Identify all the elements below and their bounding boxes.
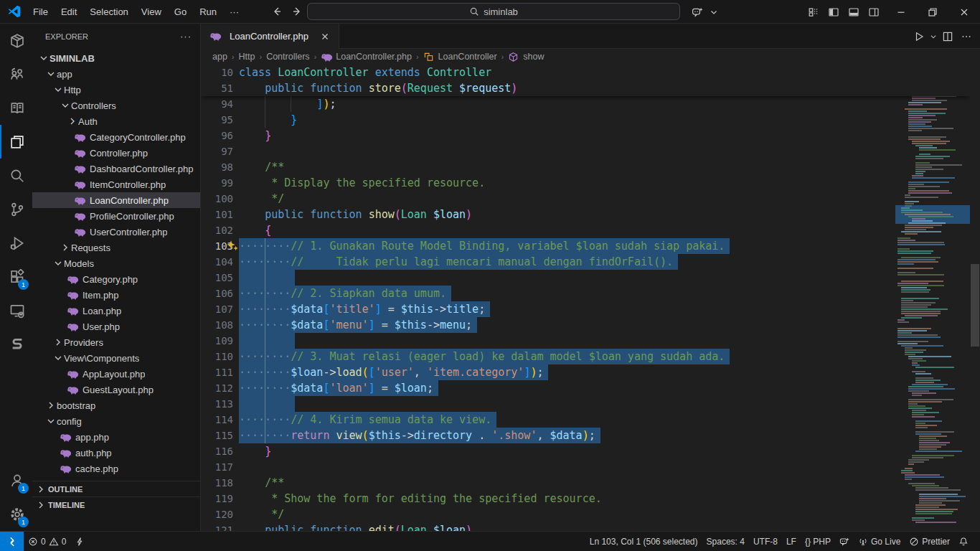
code-line-113[interactable]: 113: [201, 396, 970, 412]
code-line-97[interactable]: 97: [201, 143, 970, 159]
layout-customize-icon[interactable]: [804, 0, 824, 24]
status-notifications[interactable]: [954, 534, 973, 550]
tree-file-guestlayout-php[interactable]: GuestLayout.php: [32, 382, 200, 397]
copilot-sparkle-icon[interactable]: [227, 240, 239, 252]
minimize-button[interactable]: [885, 0, 917, 24]
problems-indicator[interactable]: 0 0: [24, 534, 70, 550]
code-line-117[interactable]: 117: [201, 459, 970, 475]
status-prettier[interactable]: Prettier: [905, 534, 954, 550]
code-line-98[interactable]: 98 /**: [201, 159, 970, 175]
code-line-108[interactable]: 108········$data['menu'] = $this->menu;: [201, 317, 970, 333]
status-eol[interactable]: LF: [782, 534, 801, 550]
status-encoding[interactable]: UTF-8: [749, 534, 782, 550]
tab-loancontroller[interactable]: LoanController.php: [201, 24, 339, 49]
tree-folder-bootstrap[interactable]: bootstrap: [32, 397, 200, 413]
activity-remote-explorer[interactable]: [0, 293, 32, 327]
status-indentation[interactable]: Spaces: 4: [702, 534, 749, 550]
chevron-down-icon[interactable]: [707, 0, 720, 24]
tree-folder-view-components[interactable]: View\Components: [32, 350, 200, 366]
back-arrow-icon[interactable]: [271, 6, 283, 17]
code-line-106[interactable]: 106········// 2. Siapkan data umum.: [201, 286, 970, 301]
code-line-96[interactable]: 96 }: [201, 128, 970, 143]
activity-extensions[interactable]: 1: [0, 260, 32, 293]
close-button[interactable]: [948, 0, 980, 24]
code-line-95[interactable]: 95 }: [201, 112, 970, 128]
tree-file-controller-php[interactable]: Controller.php: [32, 145, 200, 161]
tree-folder-providers[interactable]: Providers: [32, 334, 200, 350]
tree-folder-controllers[interactable]: Controllers: [32, 98, 200, 113]
tree-file-categorycontroller-php[interactable]: CategoryController.php: [32, 129, 200, 145]
code-line-109[interactable]: 109: [201, 333, 970, 349]
activity-search[interactable]: [0, 159, 32, 192]
tree-file-category-php[interactable]: Category.php: [32, 271, 200, 287]
activity-accounts[interactable]: 1: [0, 463, 32, 497]
activity-s-extension[interactable]: [0, 327, 32, 361]
tree-folder-models[interactable]: Models: [32, 255, 200, 271]
code-line-94[interactable]: 94 ]);: [201, 96, 970, 112]
status-cursor-position[interactable]: Ln 103, Col 1 (506 selected): [585, 534, 702, 550]
tree-file-applayout-php[interactable]: AppLayout.php: [32, 366, 200, 382]
activity-docs[interactable]: [0, 91, 32, 125]
tree-file-auth-php[interactable]: auth.php: [32, 445, 200, 461]
tree-folder-auth[interactable]: Auth: [32, 113, 200, 129]
tree-file-user-php[interactable]: User.php: [32, 319, 200, 334]
outline-section[interactable]: OUTLINE: [32, 481, 200, 496]
remote-indicator[interactable]: [0, 532, 24, 551]
activity-settings[interactable]: 1: [0, 497, 32, 531]
run-chevron-icon[interactable]: [928, 27, 938, 46]
status-language-mode[interactable]: {} PHP: [801, 534, 835, 550]
code-line-107[interactable]: 107········$data['title'] = $this->title…: [201, 301, 970, 317]
activity-explorer[interactable]: [0, 125, 32, 159]
code-line-118[interactable]: 118 /**: [201, 475, 970, 491]
breadcrumb-item-loancontroller[interactable]: LoanController: [423, 52, 497, 62]
timeline-section[interactable]: TIMELINE: [32, 496, 200, 512]
breadcrumb-item-controllers[interactable]: Controllers: [266, 52, 309, 62]
code-line-116[interactable]: 116 }: [201, 443, 970, 459]
status-go-live[interactable]: Go Live: [854, 534, 905, 550]
menu-item-go[interactable]: Go: [168, 0, 193, 24]
code-editor[interactable]: 10class LoanController extends Controlle…: [201, 65, 970, 531]
code-line-110[interactable]: 110········// 3. Muat relasi (eager load…: [201, 349, 970, 364]
forward-arrow-icon[interactable]: [291, 6, 303, 17]
tree-folder-config[interactable]: config: [32, 413, 200, 429]
code-line-99[interactable]: 99 * Display the specified resource.: [201, 175, 970, 191]
code-line-112[interactable]: 112········$data['loan'] = $loan;: [201, 380, 970, 396]
toggle-panel-icon[interactable]: [844, 0, 864, 24]
split-editor-icon[interactable]: [938, 27, 957, 46]
activity-run-debug[interactable]: [0, 226, 32, 260]
breadcrumb-item-app[interactable]: app: [212, 52, 227, 62]
activity-source-control[interactable]: [0, 192, 32, 226]
explorer-more-icon[interactable]: ···: [180, 31, 192, 42]
code-line-104[interactable]: 104········// Tidak perlu lagi mencari m…: [201, 254, 970, 270]
tree-file-loan-php[interactable]: Loan.php: [32, 303, 200, 319]
menu-item-view[interactable]: View: [135, 0, 168, 24]
breadcrumb-item-http[interactable]: Http: [239, 52, 255, 62]
menu-item-run[interactable]: Run: [193, 0, 223, 24]
menu-item-[interactable]: ···: [223, 0, 245, 24]
run-php-button[interactable]: [910, 27, 928, 46]
code-line-100[interactable]: 100 */: [201, 191, 970, 207]
code-line-114[interactable]: 114········// 4. Kirim semua data ke vie…: [201, 412, 970, 428]
tree-file-itemcontroller-php[interactable]: ItemController.php: [32, 176, 200, 192]
menu-item-selection[interactable]: Selection: [83, 0, 134, 24]
code-line-102[interactable]: 102 {: [201, 222, 970, 238]
menu-item-file[interactable]: File: [27, 0, 55, 24]
command-center-search[interactable]: siminlab: [307, 3, 680, 20]
editor-scrollbar[interactable]: [970, 65, 980, 531]
minimap[interactable]: [895, 65, 970, 531]
code-line-10[interactable]: 10class LoanController extends Controlle…: [201, 65, 970, 80]
tree-folder-requests[interactable]: Requests: [32, 240, 200, 255]
bolt-indicator[interactable]: [70, 534, 89, 550]
tree-folder-siminlab[interactable]: SIMINLAB: [32, 50, 200, 66]
code-line-101[interactable]: 101 public function show(Loan $loan): [201, 207, 970, 222]
tree-file-usercontroller-php[interactable]: UserController.php: [32, 224, 200, 240]
toggle-sidebar-icon[interactable]: [824, 0, 844, 24]
code-line-115[interactable]: 115········return view($this->directory …: [201, 428, 970, 443]
tree-folder-app[interactable]: app: [32, 66, 200, 82]
menu-item-edit[interactable]: Edit: [55, 0, 83, 24]
code-line-105[interactable]: 105: [201, 270, 970, 286]
code-line-111[interactable]: 111········$loan->load(['user', 'item.ca…: [201, 364, 970, 380]
restore-button[interactable]: [917, 0, 948, 24]
editor-more-icon[interactable]: [957, 27, 976, 46]
activity-live-share[interactable]: [0, 57, 32, 91]
